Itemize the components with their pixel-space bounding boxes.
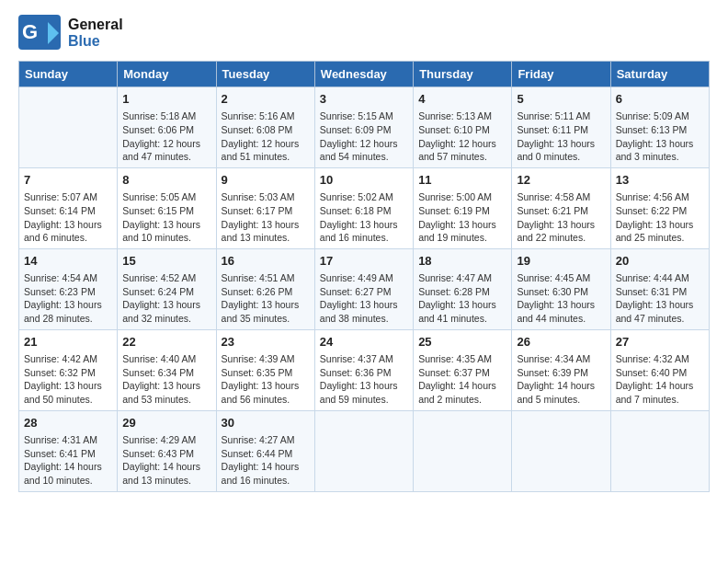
day-number: 21 — [24, 334, 112, 350]
cell-content: Sunrise: 5:18 AM Sunset: 6:06 PM Dayligh… — [122, 109, 210, 164]
cell-content: Sunrise: 4:29 AM Sunset: 6:43 PM Dayligh… — [122, 433, 210, 488]
day-number: 27 — [616, 334, 704, 350]
calendar-cell — [414, 410, 512, 491]
calendar-cell: 4Sunrise: 5:13 AM Sunset: 6:10 PM Daylig… — [414, 87, 512, 168]
day-number: 23 — [222, 334, 310, 350]
week-row-5: 28Sunrise: 4:31 AM Sunset: 6:41 PM Dayli… — [19, 410, 710, 491]
cell-content: Sunrise: 5:13 AM Sunset: 6:10 PM Dayligh… — [418, 109, 506, 164]
cell-content: Sunrise: 4:42 AM Sunset: 6:32 PM Dayligh… — [24, 352, 112, 407]
day-number: 11 — [418, 172, 506, 189]
cell-content: Sunrise: 5:15 AM Sunset: 6:09 PM Dayligh… — [320, 109, 408, 164]
logo-line2: Blue — [68, 33, 123, 50]
cell-content: Sunrise: 4:27 AM Sunset: 6:44 PM Dayligh… — [222, 433, 310, 488]
header-cell-tuesday: Tuesday — [216, 62, 314, 87]
calendar-cell: 3Sunrise: 5:15 AM Sunset: 6:09 PM Daylig… — [314, 87, 413, 168]
day-number: 19 — [517, 253, 605, 270]
day-number: 9 — [222, 172, 310, 189]
calendar-cell: 6Sunrise: 5:09 AM Sunset: 6:13 PM Daylig… — [610, 87, 709, 168]
day-number: 10 — [320, 172, 408, 189]
week-row-3: 14Sunrise: 4:54 AM Sunset: 6:23 PM Dayli… — [19, 248, 710, 329]
day-number: 17 — [320, 253, 408, 270]
day-number: 25 — [418, 334, 506, 350]
day-number: 5 — [517, 91, 605, 108]
cell-content: Sunrise: 5:05 AM Sunset: 6:15 PM Dayligh… — [122, 190, 210, 245]
calendar-cell: 13Sunrise: 4:56 AM Sunset: 6:22 PM Dayli… — [610, 167, 709, 248]
cell-content: Sunrise: 4:35 AM Sunset: 6:37 PM Dayligh… — [418, 352, 506, 407]
calendar-cell: 23Sunrise: 4:39 AM Sunset: 6:35 PM Dayli… — [216, 329, 314, 410]
header-cell-sunday: Sunday — [19, 62, 118, 87]
calendar-cell: 17Sunrise: 4:49 AM Sunset: 6:27 PM Dayli… — [314, 248, 413, 329]
day-number: 24 — [320, 334, 408, 350]
day-number: 6 — [616, 91, 704, 108]
day-number: 30 — [222, 415, 310, 431]
logo-line1: General — [68, 17, 123, 33]
cell-content: Sunrise: 4:34 AM Sunset: 6:39 PM Dayligh… — [517, 352, 605, 407]
day-number: 16 — [222, 253, 310, 270]
cell-content: Sunrise: 5:16 AM Sunset: 6:08 PM Dayligh… — [222, 109, 310, 164]
calendar-cell: 29Sunrise: 4:29 AM Sunset: 6:43 PM Dayli… — [118, 410, 216, 491]
day-number: 14 — [24, 253, 112, 270]
calendar-cell: 11Sunrise: 5:00 AM Sunset: 6:19 PM Dayli… — [414, 167, 512, 248]
day-number: 8 — [122, 172, 210, 189]
cell-content: Sunrise: 4:51 AM Sunset: 6:26 PM Dayligh… — [222, 271, 310, 326]
day-number: 15 — [122, 253, 210, 270]
header-cell-saturday: Saturday — [610, 62, 709, 87]
calendar-cell: 2Sunrise: 5:16 AM Sunset: 6:08 PM Daylig… — [216, 87, 314, 168]
day-number: 18 — [418, 253, 506, 270]
day-number: 29 — [122, 415, 210, 431]
calendar-cell — [314, 410, 413, 491]
svg-text:G: G — [22, 20, 38, 43]
calendar-cell: 26Sunrise: 4:34 AM Sunset: 6:39 PM Dayli… — [512, 329, 610, 410]
cell-content: Sunrise: 4:31 AM Sunset: 6:41 PM Dayligh… — [24, 433, 112, 488]
calendar-cell: 19Sunrise: 4:45 AM Sunset: 6:30 PM Dayli… — [512, 248, 610, 329]
calendar-cell: 30Sunrise: 4:27 AM Sunset: 6:44 PM Dayli… — [216, 410, 314, 491]
calendar-cell — [512, 410, 610, 491]
header: GGeneralBlue — [18, 15, 710, 52]
day-number: 12 — [517, 172, 605, 189]
cell-content: Sunrise: 4:32 AM Sunset: 6:40 PM Dayligh… — [616, 352, 704, 407]
day-number: 13 — [616, 172, 704, 189]
day-number: 2 — [222, 91, 310, 108]
cell-content: Sunrise: 4:39 AM Sunset: 6:35 PM Dayligh… — [222, 352, 310, 407]
calendar-cell: 10Sunrise: 5:02 AM Sunset: 6:18 PM Dayli… — [314, 167, 413, 248]
header-cell-wednesday: Wednesday — [314, 62, 413, 87]
cell-content: Sunrise: 4:56 AM Sunset: 6:22 PM Dayligh… — [616, 190, 704, 245]
calendar-cell — [610, 410, 709, 491]
calendar-cell: 15Sunrise: 4:52 AM Sunset: 6:24 PM Dayli… — [118, 248, 216, 329]
cell-content: Sunrise: 4:58 AM Sunset: 6:21 PM Dayligh… — [517, 190, 605, 245]
cell-content: Sunrise: 4:49 AM Sunset: 6:27 PM Dayligh… — [320, 271, 408, 326]
day-number: 3 — [320, 91, 408, 108]
day-number: 22 — [122, 334, 210, 350]
cell-content: Sunrise: 4:37 AM Sunset: 6:36 PM Dayligh… — [320, 352, 408, 407]
cell-content: Sunrise: 5:03 AM Sunset: 6:17 PM Dayligh… — [222, 190, 310, 245]
calendar-cell: 14Sunrise: 4:54 AM Sunset: 6:23 PM Dayli… — [19, 248, 118, 329]
cell-content: Sunrise: 5:02 AM Sunset: 6:18 PM Dayligh… — [320, 190, 408, 245]
day-number: 4 — [418, 91, 506, 108]
calendar-cell: 12Sunrise: 4:58 AM Sunset: 6:21 PM Dayli… — [512, 167, 610, 248]
calendar-cell: 9Sunrise: 5:03 AM Sunset: 6:17 PM Daylig… — [216, 167, 314, 248]
cell-content: Sunrise: 4:40 AM Sunset: 6:34 PM Dayligh… — [122, 352, 210, 407]
calendar-cell: 7Sunrise: 5:07 AM Sunset: 6:14 PM Daylig… — [19, 167, 118, 248]
header-row: SundayMondayTuesdayWednesdayThursdayFrid… — [19, 62, 710, 87]
cell-content: Sunrise: 5:00 AM Sunset: 6:19 PM Dayligh… — [418, 190, 506, 245]
calendar-cell: 16Sunrise: 4:51 AM Sunset: 6:26 PM Dayli… — [216, 248, 314, 329]
calendar-cell: 5Sunrise: 5:11 AM Sunset: 6:11 PM Daylig… — [512, 87, 610, 168]
calendar-cell: 24Sunrise: 4:37 AM Sunset: 6:36 PM Dayli… — [314, 329, 413, 410]
cell-content: Sunrise: 5:09 AM Sunset: 6:13 PM Dayligh… — [616, 109, 704, 164]
header-cell-friday: Friday — [512, 62, 610, 87]
calendar-cell: 1Sunrise: 5:18 AM Sunset: 6:06 PM Daylig… — [118, 87, 216, 168]
calendar-cell: 21Sunrise: 4:42 AM Sunset: 6:32 PM Dayli… — [19, 329, 118, 410]
cell-content: Sunrise: 4:45 AM Sunset: 6:30 PM Dayligh… — [517, 271, 605, 326]
calendar-cell: 22Sunrise: 4:40 AM Sunset: 6:34 PM Dayli… — [118, 329, 216, 410]
week-row-2: 7Sunrise: 5:07 AM Sunset: 6:14 PM Daylig… — [19, 167, 710, 248]
logo: GGeneralBlue — [18, 15, 123, 52]
day-number: 7 — [24, 172, 112, 189]
cell-content: Sunrise: 4:52 AM Sunset: 6:24 PM Dayligh… — [122, 271, 210, 326]
cell-content: Sunrise: 5:11 AM Sunset: 6:11 PM Dayligh… — [517, 109, 605, 164]
logo-text: GeneralBlue — [68, 17, 123, 50]
cell-content: Sunrise: 4:44 AM Sunset: 6:31 PM Dayligh… — [616, 271, 704, 326]
calendar-cell: 20Sunrise: 4:44 AM Sunset: 6:31 PM Dayli… — [610, 248, 709, 329]
header-cell-thursday: Thursday — [414, 62, 512, 87]
week-row-1: 1Sunrise: 5:18 AM Sunset: 6:06 PM Daylig… — [19, 87, 710, 168]
logo-svg: G — [18, 15, 64, 52]
